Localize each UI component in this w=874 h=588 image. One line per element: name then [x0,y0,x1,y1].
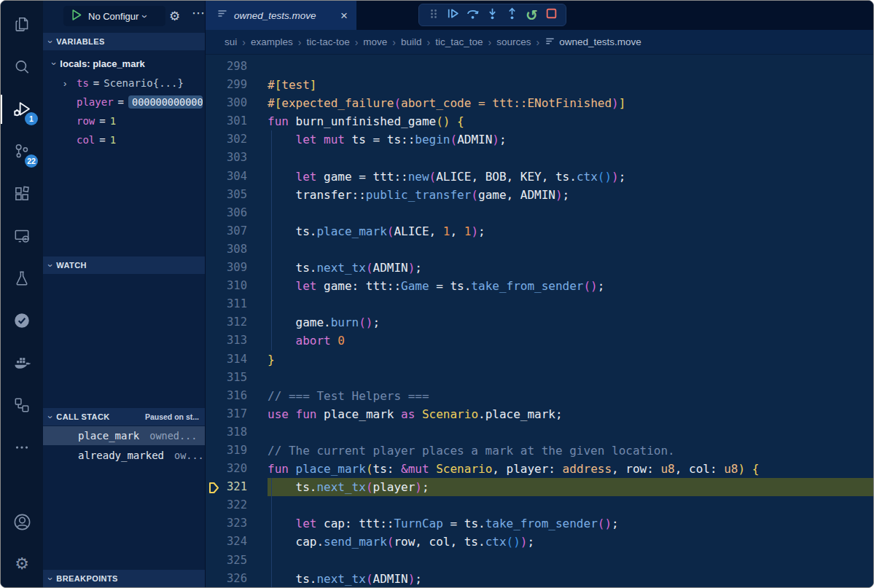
code-line-content[interactable]: abort 0 [268,332,873,350]
line-number[interactable]: 314 [206,350,247,369]
code-line-content[interactable]: transfer::public_transfer(game, ADMIN); [268,186,873,204]
activity-item-more[interactable] [1,426,43,469]
line-number[interactable]: 307 [206,222,247,240]
line-number[interactable]: 300 [206,94,247,112]
variables-section-header[interactable]: › VARIABLES [43,33,205,50]
variable-row-row[interactable]: row=1 [43,111,205,130]
variable-row-ts[interactable]: ›ts=Scenario{...} [43,74,205,93]
code-line-content[interactable] [268,240,873,259]
line-number[interactable]: 318 [206,423,247,442]
step-out-button[interactable] [502,5,522,25]
continue-button[interactable] [443,5,463,25]
step-over-button[interactable] [463,5,483,25]
call-stack-frame-place_mark[interactable]: place_markowned... [43,426,205,445]
code-line-content[interactable] [268,295,873,313]
debug-more-ellipsis-icon[interactable]: ⋯ [192,5,206,21]
code-line-content[interactable]: #[test] [268,76,873,94]
line-number[interactable]: 309 [206,259,247,277]
activity-item-settings[interactable]: ⚙ [1,543,43,584]
activity-item-extensions[interactable] [1,173,43,215]
close-icon[interactable]: × [340,9,348,22]
line-number[interactable]: 303 [206,149,247,167]
line-number[interactable]: 316 [206,387,247,405]
line-number[interactable]: 304 [206,168,247,186]
code-line-content[interactable]: cap.send_mark(row, col, ts.ctx()); [268,533,873,551]
activity-item-explorer[interactable] [1,4,43,46]
line-number[interactable]: 301 [206,112,247,130]
line-number[interactable]: 315 [206,369,247,387]
code-line-content[interactable]: fun place_mark(ts: &mut Scenario, player… [268,460,873,478]
line-number[interactable]: 319 [206,442,247,460]
activity-item-checks[interactable] [1,299,43,342]
activity-item-testing[interactable] [1,257,43,299]
line-number[interactable]: 305 [206,186,247,204]
activity-item-search[interactable] [1,46,43,88]
code-line-content[interactable] [268,58,873,76]
code-line-content[interactable]: // === Test Helpers === [268,387,873,405]
line-number[interactable]: 313 [206,332,247,350]
line-number[interactable]: 308 [206,240,247,259]
breadcrumb-file[interactable]: owned_tests.move [545,36,641,49]
variables-scope[interactable]: › locals: place_mark [43,54,205,73]
code-line-content[interactable]: let game = ttt::new(ALICE, BOB, KEY, ts.… [268,168,873,186]
code-line-content[interactable]: ts.next_tx(ADMIN); [268,259,873,277]
call-stack-section-header[interactable]: › CALL STACK Paused on st... [43,408,205,426]
line-number[interactable]: 306 [206,204,247,222]
tab-owned-tests-move[interactable]: owned_tests.move × [206,1,356,30]
breadcrumb-item-tic_tac_toe[interactable]: tic_tac_toe [435,36,483,47]
line-number[interactable]: 321 [206,478,247,496]
code-line-content[interactable]: let mut ts = ts::begin(ADMIN); [268,130,873,149]
variable-row-player[interactable]: player=000000000000… [43,93,205,111]
line-number[interactable]: 317 [206,405,247,423]
code-line-content[interactable] [268,369,873,387]
activity-item-references[interactable] [1,384,43,426]
code-line-content[interactable]: game.burn(); [268,313,873,332]
code-line-content[interactable]: // The current player places a mark at t… [268,442,873,460]
code-line-content[interactable]: let cap: ttt::TurnCap = ts.take_from_sen… [268,514,873,533]
code-line-content[interactable]: ts.place_mark(ALICE, 1, 1); [268,222,873,240]
watch-section-header[interactable]: › WATCH [43,256,205,274]
activity-item-run-debug[interactable]: 1 [1,88,43,130]
breadcrumb-item-sui[interactable]: sui [225,36,237,47]
breadcrumb-item-move[interactable]: move [363,36,387,47]
code-line-content[interactable]: ts.next_tx(player); [268,478,873,496]
debug-settings-gear-icon[interactable]: ⚙ [169,9,180,24]
line-number[interactable]: 299 [206,76,247,94]
code-line-content[interactable] [268,423,873,442]
code-line-content[interactable]: ts.next_tx(ADMIN); [268,570,873,587]
line-number[interactable]: 320 [206,460,247,478]
code-line-content[interactable]: let game: ttt::Game = ts.take_from_sende… [268,277,873,295]
activity-item-accounts[interactable] [1,501,43,543]
code-line-content[interactable] [268,552,873,570]
breadcrumb-item-examples[interactable]: examples [251,36,293,47]
call-stack-frame-already_marked[interactable]: already_markedow... [43,446,205,465]
variable-row-col[interactable]: col=1 [43,130,205,149]
breakpoints-section-header[interactable]: › BREAKPOINTS [43,570,205,587]
code-line-content[interactable] [268,149,873,167]
line-number[interactable]: 312 [206,313,247,332]
drag-handle-button[interactable] [424,5,443,25]
activity-item-source-control[interactable]: 22 [1,130,43,173]
line-number[interactable]: 325 [206,552,247,570]
line-number[interactable]: 326 [206,570,247,587]
line-number[interactable]: 323 [206,514,247,533]
line-number[interactable]: 311 [206,295,247,313]
breadcrumb-item-sources[interactable]: sources [496,36,531,47]
line-number[interactable]: 322 [206,496,247,514]
code-line-content[interactable]: #[expected_failure(abort_code = ttt::ENo… [268,94,873,112]
breadcrumb-item-tic-tac-toe[interactable]: tic-tac-toe [306,36,349,47]
restart-button[interactable]: ↺ [522,5,542,25]
activity-item-docker[interactable] [1,342,43,384]
stop-button[interactable] [542,5,561,25]
line-number[interactable]: 298 [206,58,247,76]
breadcrumb-item-build[interactable]: build [401,36,422,47]
debug-config-dropdown[interactable]: No Configur › [63,6,165,26]
line-number[interactable]: 310 [206,277,247,295]
code-line-content[interactable]: } [268,350,873,369]
code-line-content[interactable]: use fun place_mark as Scenario.place_mar… [268,405,873,423]
line-number[interactable]: 302 [206,130,247,149]
step-into-button[interactable] [483,5,502,25]
code-line-content[interactable]: fun burn_unfinished_game() { [268,112,873,130]
line-number[interactable]: 324 [206,533,247,551]
activity-item-remote[interactable] [1,215,43,257]
